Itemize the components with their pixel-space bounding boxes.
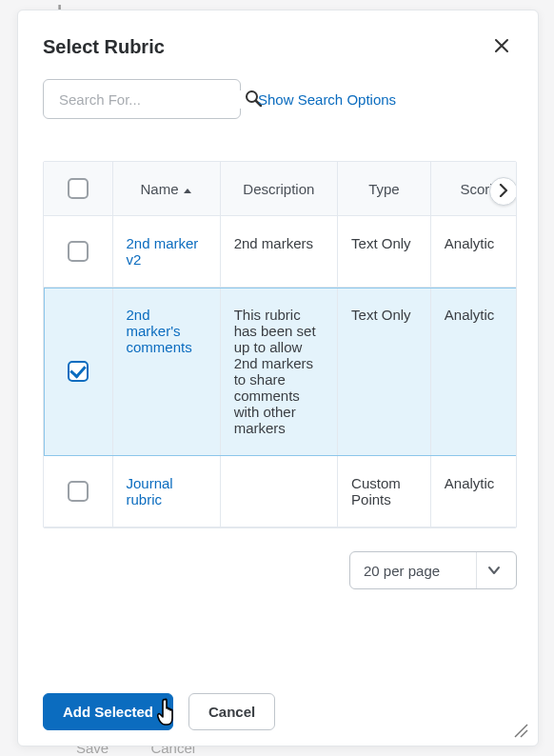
horizontal-scrollbar[interactable]: [43, 597, 517, 611]
add-selected-button[interactable]: Add Selected: [43, 693, 173, 730]
rubric-description: 2nd markers: [220, 216, 337, 288]
rubric-table: Name Description Type Scoring 2nd marke: [44, 162, 517, 527]
table-header-row: Name Description Type Scoring: [44, 162, 517, 216]
dialog-footer: Add Selected Cancel: [18, 680, 538, 746]
chevron-down-icon: [476, 552, 510, 588]
svg-line-2: [515, 725, 527, 737]
select-all-checkbox[interactable]: [68, 178, 89, 199]
select-all-header: [44, 162, 112, 216]
search-field-wrap: [43, 79, 241, 119]
row-checkbox[interactable]: [68, 241, 89, 262]
rubric-scoring: Analytic: [430, 456, 517, 527]
rubric-type: Custom Points: [338, 456, 431, 527]
rubric-type: Text Only: [338, 216, 431, 288]
page-size-select[interactable]: 20 per page: [349, 551, 517, 589]
column-header-name-label: Name: [140, 181, 178, 197]
resize-handle[interactable]: [511, 721, 528, 738]
show-search-options-link[interactable]: Show Search Options: [258, 91, 396, 108]
pager-row: 20 per page: [18, 534, 534, 597]
column-header-description[interactable]: Description: [220, 162, 337, 216]
dialog-title: Select Rubric: [43, 36, 165, 58]
table-row[interactable]: 2nd marker v2 2nd markers Text Only Anal…: [44, 216, 517, 288]
rubric-scoring: Analytic: [430, 288, 517, 456]
row-checkbox[interactable]: [68, 481, 89, 502]
close-icon: [494, 36, 509, 57]
row-checkbox[interactable]: [68, 361, 89, 382]
dialog-body: Show Search Options Na: [18, 73, 534, 680]
table-row[interactable]: Journal rubric Custom Points Analytic: [44, 456, 517, 527]
sort-asc-icon: [183, 181, 192, 197]
svg-line-3: [521, 730, 527, 737]
rubric-type: Text Only: [338, 288, 431, 456]
rubric-description: [220, 456, 337, 527]
page-size-label: 20 per page: [364, 563, 440, 579]
close-button[interactable]: [490, 33, 513, 60]
rubric-table-wrap: Name Description Type Scoring 2nd marke: [43, 161, 517, 528]
search-row: Show Search Options: [18, 73, 534, 136]
column-header-type[interactable]: Type: [338, 162, 431, 216]
cancel-button[interactable]: Cancel: [188, 693, 275, 730]
rubric-description: This rubric has been set up to allow 2nd…: [220, 288, 337, 456]
rubric-name-link[interactable]: Journal rubric: [127, 475, 207, 507]
table-row[interactable]: 2nd marker's comments This rubric has be…: [44, 288, 517, 456]
rubric-name-link[interactable]: 2nd marker v2: [127, 235, 207, 268]
column-header-name[interactable]: Name: [112, 162, 220, 216]
dialog-header: Select Rubric: [18, 10, 538, 73]
chevron-right-icon: [498, 184, 509, 200]
select-rubric-dialog: Select Rubric Show Search Options: [17, 10, 539, 746]
table-scroll-right-button[interactable]: [489, 177, 517, 206]
rubric-name-link[interactable]: 2nd marker's comments: [127, 307, 207, 355]
rubric-scoring: Analytic: [430, 216, 517, 288]
search-input[interactable]: [57, 90, 242, 109]
